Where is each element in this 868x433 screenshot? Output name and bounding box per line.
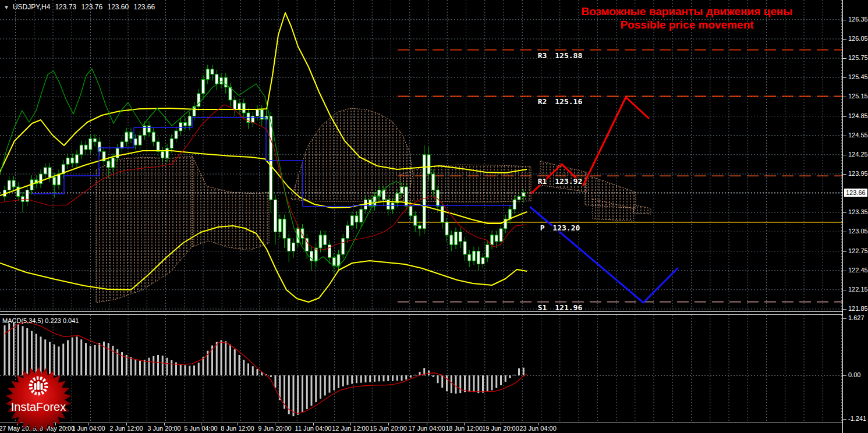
candle-body	[84, 145, 87, 150]
macd-bar	[257, 369, 258, 375]
instaforex-watermark: InstaForex	[3, 367, 73, 433]
price-axis-label: 126.35	[848, 16, 868, 23]
axis-tick	[388, 423, 389, 425]
kumo-proj-4	[633, 205, 651, 214]
symbol-dropdown-icon[interactable]: ▼	[3, 4, 9, 10]
macd-bar	[216, 342, 218, 375]
macd-bar	[487, 375, 488, 392]
time-axis-label: 18 Jun 12:00	[445, 425, 483, 432]
candle-body	[170, 139, 173, 148]
macd-bar	[342, 375, 344, 386]
candle-body	[274, 200, 277, 232]
candle-body	[8, 180, 10, 190]
macd-bar	[130, 357, 132, 375]
candle-body	[238, 103, 241, 109]
time-axis-label: 9 Jun 20:00	[258, 425, 292, 432]
instaforex-label: InstaForex	[11, 400, 66, 413]
time-axis-label: 17 Jun 04:00	[408, 425, 445, 432]
macd-bar	[505, 375, 506, 382]
axis-tick	[843, 77, 846, 78]
candle-body	[292, 243, 295, 251]
candle-body	[184, 123, 187, 126]
candle-body	[53, 177, 56, 184]
candle-body	[491, 235, 494, 245]
candle-body	[215, 74, 218, 84]
macd-bar	[378, 375, 380, 381]
price-axis-label: 122.45	[848, 267, 868, 274]
candle-body	[391, 203, 394, 210]
axis-tick	[350, 423, 351, 425]
candle-body	[107, 161, 110, 168]
macd-bar	[229, 345, 231, 375]
level-label-r3: R3 125.88	[538, 51, 583, 60]
main-chart-canvas[interactable]: R3 125.88R2 125.16R1 123.92P 123.20S1 12…	[0, 0, 842, 312]
candle-body	[468, 254, 471, 261]
axis-tick	[201, 423, 201, 425]
candle-body	[360, 210, 363, 222]
candle-body	[513, 200, 516, 210]
macd-bar	[383, 375, 385, 381]
candle-body	[76, 155, 79, 163]
macd-bar	[193, 365, 195, 375]
axis-tick	[164, 423, 165, 425]
candle-body	[256, 109, 259, 116]
axis-tick	[843, 290, 846, 290]
macd-bar	[387, 375, 389, 381]
candle-body	[270, 116, 272, 200]
macd-bar	[225, 341, 226, 375]
candle-body	[473, 251, 476, 261]
macd-bar	[85, 343, 87, 375]
candle-body	[319, 235, 322, 248]
candle-body	[157, 142, 160, 152]
candle-body	[40, 174, 42, 184]
annotation-line-en: Possible price movement	[524, 18, 850, 31]
axis-tick	[843, 97, 846, 97]
candle-body	[80, 145, 83, 155]
macd-bar	[320, 375, 321, 399]
macd-bar	[112, 346, 114, 375]
time-axis-label: 19 Jun 20:00	[482, 425, 519, 432]
price-axis-label: 125.15	[848, 93, 868, 100]
macd-bar	[90, 346, 91, 375]
macd-bar	[198, 363, 200, 375]
candle-body	[463, 242, 466, 254]
macd-bar	[329, 375, 331, 393]
macd-bar	[275, 375, 277, 388]
time-axis-label: 12 Jun 12:00	[332, 425, 369, 432]
axis-tick	[843, 375, 846, 376]
macd-bar	[464, 375, 466, 392]
candle-body	[328, 245, 331, 258]
macd-bar	[523, 368, 525, 375]
macd-bar	[360, 375, 362, 383]
candle-body	[324, 235, 327, 245]
axis-tick	[843, 232, 846, 232]
axis-tick	[843, 419, 846, 420]
candle-body	[346, 225, 349, 238]
price-axis-label: 124.55	[848, 132, 868, 139]
overlay-bollinger-upper	[0, 13, 527, 173]
macd-axis-zero: 0.00	[848, 371, 860, 378]
macd-indicator-canvas[interactable]	[0, 315, 842, 423]
macd-bar	[293, 375, 295, 416]
axis-tick	[843, 136, 846, 136]
axis-tick	[843, 309, 846, 310]
pane-splitter[interactable]	[0, 311, 868, 315]
candle-body	[112, 158, 115, 168]
time-axis[interactable]: 27 May 201528 May 20:001 Jun 04:002 Jun …	[0, 423, 868, 433]
candle-body	[450, 235, 453, 245]
price-axis-label: 125.75	[848, 54, 868, 61]
macd-bar	[108, 343, 109, 375]
macd-bar	[288, 375, 290, 414]
candle-body	[419, 225, 421, 229]
axis-tick	[843, 155, 846, 155]
macd-bar	[455, 375, 457, 393]
macd-bar	[139, 361, 141, 375]
macd-bar	[76, 336, 78, 375]
price-axis[interactable]: 126.35126.05125.75125.45125.15124.85124.…	[842, 0, 868, 433]
candle-body	[355, 216, 358, 222]
price-axis-label: 123.95	[848, 170, 868, 177]
candle-body	[220, 77, 223, 84]
axis-tick	[501, 423, 501, 425]
candle-body	[148, 126, 151, 132]
candle-body	[459, 232, 462, 242]
